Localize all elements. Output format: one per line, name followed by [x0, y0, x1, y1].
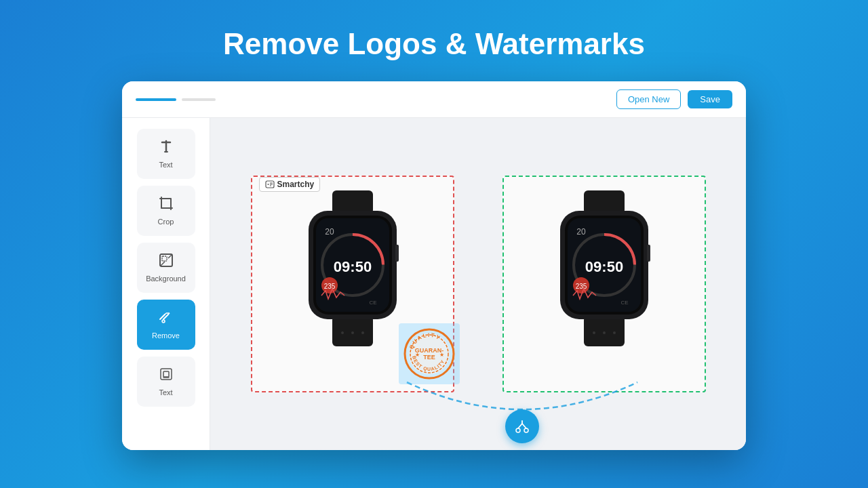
svg-point-9 [163, 321, 163, 322]
remove-icon [159, 310, 174, 329]
text-top-icon [159, 139, 174, 158]
title-bar: Open New Save [122, 81, 746, 118]
sidebar-item-crop[interactable]: Crop [137, 186, 195, 236]
sidebar: Text Crop [122, 118, 210, 450]
svg-text:20: 20 [325, 227, 334, 237]
smartchy-label: Smartchy [277, 180, 315, 189]
svg-text:235: 235 [575, 283, 587, 290]
watch-svg-left: 09:50 20 235 CE [292, 190, 414, 346]
scissors-center-button[interactable] [505, 409, 539, 443]
svg-point-49 [516, 428, 520, 432]
svg-rect-55 [584, 316, 625, 346]
crop-icon [159, 196, 174, 215]
svg-rect-24 [332, 316, 373, 346]
svg-line-52 [522, 424, 526, 428]
page-title: Remove Logos & Watermarks [223, 27, 645, 61]
left-image-panel: Smartchy [251, 176, 454, 392]
svg-line-7 [161, 262, 165, 266]
svg-point-25 [341, 331, 344, 334]
svg-text:CE: CE [369, 300, 376, 306]
sidebar-item-text-bottom-label: Text [159, 388, 172, 396]
svg-text:235: 235 [323, 283, 335, 290]
svg-point-57 [603, 331, 606, 334]
canvas-area: Smartchy [210, 118, 746, 450]
svg-rect-54 [584, 190, 625, 214]
svg-point-50 [524, 428, 528, 432]
sidebar-item-text-bottom[interactable]: Text [137, 357, 195, 407]
save-button[interactable]: Save [688, 90, 732, 108]
svg-point-26 [351, 331, 354, 334]
sidebar-item-background[interactable]: Background [137, 243, 195, 293]
svg-point-56 [593, 331, 595, 334]
svg-line-6 [168, 255, 172, 258]
smartchy-watermark: Smartchy [259, 177, 321, 192]
svg-rect-3 [161, 199, 171, 208]
svg-rect-69 [647, 245, 650, 262]
sidebar-item-crop-label: Crop [158, 218, 174, 226]
svg-text:20: 20 [576, 227, 586, 237]
svg-rect-23 [332, 190, 373, 214]
open-new-button[interactable]: Open New [616, 89, 681, 109]
app-window: Open New Save Text [122, 81, 746, 450]
svg-point-27 [361, 331, 364, 334]
svg-text:09:50: 09:50 [585, 258, 623, 275]
svg-point-58 [613, 331, 616, 334]
title-bar-actions: Open New Save [616, 89, 732, 109]
svg-point-19 [267, 184, 269, 185]
background-icon [159, 253, 174, 272]
svg-text:★: ★ [414, 352, 419, 358]
right-image-panel: 09:50 20 235 CE [502, 176, 706, 392]
sidebar-item-remove-label: Remove [152, 331, 180, 340]
stamp-watermark: QUALITY GUARAN- TEE BEST QUALITY ★ ★ [399, 323, 460, 384]
sidebar-item-text-top-label: Text [159, 161, 172, 169]
svg-text:★: ★ [439, 352, 443, 358]
sidebar-item-background-label: Background [146, 274, 186, 283]
svg-rect-5 [162, 256, 167, 261]
svg-line-51 [518, 424, 522, 428]
main-content: Text Crop [122, 118, 746, 450]
text-bottom-icon [159, 367, 174, 386]
sidebar-item-remove[interactable]: Remove [137, 300, 195, 350]
svg-rect-16 [163, 371, 169, 377]
svg-rect-39 [395, 245, 399, 262]
tab-inactive[interactable] [182, 98, 216, 101]
svg-text:09:50: 09:50 [333, 258, 371, 275]
title-bar-tabs [136, 98, 216, 101]
sidebar-item-text-top[interactable]: Text [137, 129, 195, 179]
svg-text:CE: CE [620, 300, 628, 306]
svg-line-12 [165, 313, 166, 314]
svg-text:TEE: TEE [423, 354, 435, 361]
tab-active[interactable] [136, 98, 176, 101]
watch-svg-right: 09:50 20 235 CE [543, 190, 665, 346]
